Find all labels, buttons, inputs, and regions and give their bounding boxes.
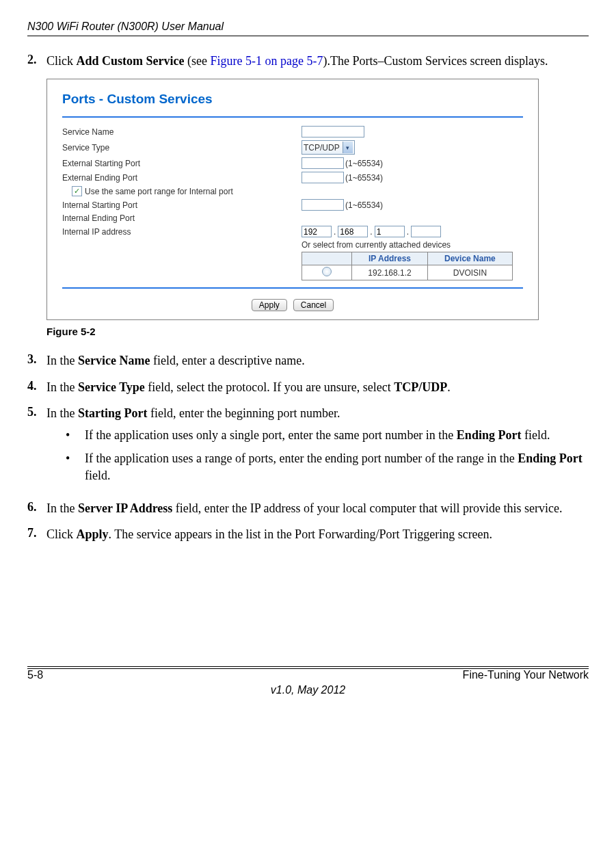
chevron-down-icon: ▾ <box>343 142 353 153</box>
select-value: TCP/UDP <box>304 143 340 153</box>
text: field, select the protocol. If you are u… <box>145 380 394 394</box>
same-range-checkbox[interactable]: ✓ <box>72 186 82 196</box>
cancel-button[interactable]: Cancel <box>293 299 334 311</box>
ip-octet-2[interactable] <box>338 226 368 237</box>
bold-text: Apply <box>77 527 109 541</box>
doc-version: v1.0, May 2012 <box>27 684 589 696</box>
step-number: 7. <box>27 526 46 542</box>
text: field, enter the IP address of your loca… <box>172 501 562 515</box>
text: field, enter the beginning port number. <box>147 406 340 420</box>
bold-text: Add Custom Service <box>77 54 185 68</box>
label-same-range: ✓ Use the same port range for Internal p… <box>62 186 311 196</box>
row-int-ip: Internal IP address . . . <box>62 226 523 237</box>
port-hint: (1~65534) <box>345 200 383 210</box>
step-number: 3. <box>27 352 46 369</box>
devices-table: IP Address Device Name 192.168.1.2 DVOIS… <box>302 252 513 280</box>
ip-octet-4[interactable] <box>411 226 441 237</box>
table-row: 192.168.1.2 DVOISIN <box>302 265 513 280</box>
button-row: Apply Cancel <box>62 297 523 311</box>
page-footer: 5-8 Fine-Tuning Your Network v1.0, May 2… <box>27 666 589 696</box>
text: . <box>447 380 451 394</box>
int-start-input[interactable] <box>302 199 344 211</box>
apply-button[interactable]: Apply <box>252 299 287 311</box>
bullet-icon: • <box>66 450 85 484</box>
bold-text: Service Type <box>78 380 145 394</box>
ip-octet-3[interactable] <box>375 226 405 237</box>
page-number: 5-8 <box>27 669 43 681</box>
bold-text: TCP/UDP <box>394 380 447 394</box>
step-body: Click Add Custom Service (see Figure 5-1… <box>46 53 589 69</box>
step-number: 5. <box>27 405 46 490</box>
text: . The service appears in the list in the… <box>109 527 493 541</box>
divider <box>62 116 523 118</box>
dot: . <box>407 227 409 237</box>
list-item: • If the application uses only a single … <box>66 427 589 443</box>
figure-caption: Figure 5-2 <box>46 326 589 337</box>
text: Click <box>46 527 77 541</box>
label-service-type: Service Type <box>62 143 302 153</box>
sub-bullets: • If the application uses only a single … <box>66 427 589 484</box>
bold-text: Starting Port <box>78 406 147 420</box>
text: If the application uses a range of ports… <box>85 451 518 465</box>
text: ).The Ports–Custom Services screen displ… <box>323 54 548 68</box>
step-3: 3. In the Service Name field, enter a de… <box>27 352 589 369</box>
document-header: N300 WiFi Router (N300R) User Manual <box>27 21 589 36</box>
label-ext-start: External Starting Port <box>62 159 302 168</box>
text: Click <box>46 54 77 68</box>
row-service-name: Service Name <box>62 126 523 137</box>
text: If the application uses only a single po… <box>85 428 457 442</box>
port-hint: (1~65534) <box>345 159 383 168</box>
port-hint: (1~65534) <box>345 173 383 183</box>
label-int-ip: Internal IP address <box>62 227 302 237</box>
col-name: Device Name <box>428 252 513 265</box>
bold-text: Ending Port <box>457 428 522 442</box>
row-int-start: Internal Starting Port (1~65534) <box>62 199 523 211</box>
step-6: 6. In the Server IP Address field, enter… <box>27 500 589 516</box>
text: In the <box>46 501 78 515</box>
attached-devices: Or select from currently attached device… <box>302 240 523 280</box>
step-body: In the Service Name field, enter a descr… <box>46 352 589 369</box>
ext-end-input[interactable] <box>302 172 344 183</box>
step-2: 2. Click Add Custom Service (see Figure … <box>27 53 589 69</box>
step-number: 4. <box>27 379 46 395</box>
service-name-input[interactable] <box>302 126 364 137</box>
text: (see <box>185 54 211 68</box>
step-number: 2. <box>27 53 46 69</box>
text: field, enter a descriptive name. <box>150 354 304 367</box>
text: In the <box>46 380 78 394</box>
bullet-body: If the application uses only a single po… <box>85 427 550 443</box>
dot: . <box>334 227 336 237</box>
checkbox-label: Use the same port range for Internal por… <box>85 187 233 196</box>
step-number: 6. <box>27 500 46 516</box>
footer-rule <box>27 666 589 667</box>
step-body: Click Apply. The service appears in the … <box>46 526 589 542</box>
row-int-end: Internal Ending Port <box>62 213 523 223</box>
row-ext-start: External Starting Port (1~65534) <box>62 157 523 169</box>
row-same-range: ✓ Use the same port range for Internal p… <box>62 186 523 196</box>
step-4: 4. In the Service Type field, select the… <box>27 379 589 395</box>
divider <box>62 287 523 289</box>
label-int-start: Internal Starting Port <box>62 200 302 210</box>
figure-link[interactable]: Figure 5-1 on page 5-7 <box>210 54 323 68</box>
section-name: Fine-Tuning Your Network <box>463 669 589 681</box>
step-5: 5. In the Starting Port field, enter the… <box>27 405 589 490</box>
device-radio[interactable] <box>322 267 332 276</box>
ip-octet-1[interactable] <box>302 226 332 237</box>
table-header-row: IP Address Device Name <box>302 252 513 265</box>
ext-start-input[interactable] <box>302 157 344 169</box>
step-body: In the Server IP Address field, enter th… <box>46 500 589 516</box>
bullet-body: If the application uses a range of ports… <box>85 450 589 484</box>
row-ext-end: External Ending Port (1~65534) <box>62 172 523 183</box>
step-7: 7. Click Apply. The service appears in t… <box>27 526 589 542</box>
bold-text: Ending Port <box>518 451 582 465</box>
text: In the <box>46 406 78 420</box>
service-type-select[interactable]: TCP/UDP ▾ <box>302 140 355 155</box>
row-service-type: Service Type TCP/UDP ▾ <box>62 140 523 155</box>
list-item: • If the application uses a range of por… <box>66 450 589 484</box>
col-select <box>302 252 352 265</box>
cell-ip: 192.168.1.2 <box>352 265 428 280</box>
dot: . <box>370 227 372 237</box>
bold-text: Server IP Address <box>78 501 172 515</box>
step-body: In the Starting Port field, enter the be… <box>46 405 589 490</box>
text: In the <box>46 354 78 367</box>
